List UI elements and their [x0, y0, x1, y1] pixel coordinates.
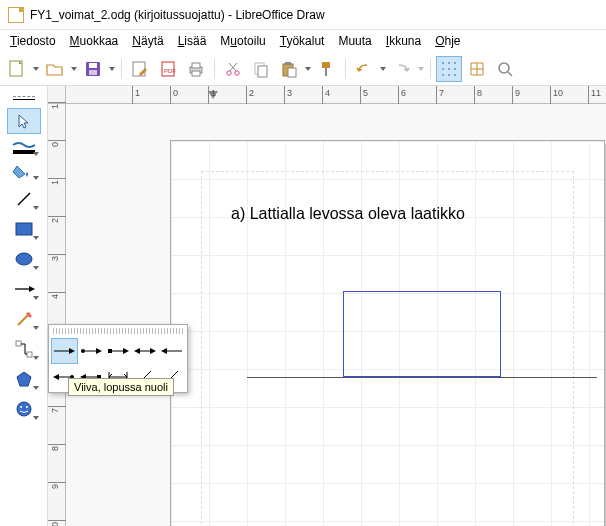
window-title: FY1_voimat_2.odg (kirjoitussuojattu) - L…	[30, 8, 325, 22]
line-color-tool[interactable]	[7, 138, 41, 158]
svg-rect-16	[288, 68, 296, 77]
svg-point-24	[442, 74, 444, 76]
paste-button[interactable]	[276, 56, 302, 82]
svg-point-11	[235, 70, 239, 74]
line-style-preview[interactable]	[7, 90, 41, 104]
svg-point-27	[499, 63, 509, 73]
svg-point-22	[448, 68, 450, 70]
svg-rect-17	[322, 62, 330, 68]
print-button[interactable]	[183, 56, 209, 82]
undo-dropdown[interactable]	[379, 67, 387, 71]
menu-bar: TiedostoMuokkaaNäytäLisääMuotoiluTyökalu…	[0, 30, 606, 52]
svg-point-37	[26, 406, 28, 408]
svg-rect-28	[13, 150, 35, 154]
svg-rect-4	[133, 62, 145, 76]
canvas-text-a[interactable]: a) Lattialla levossa oleva laatikko	[231, 205, 465, 223]
menu-työkalut[interactable]: Työkalut	[274, 32, 331, 50]
redo-button[interactable]	[389, 56, 415, 82]
horizontal-ruler[interactable]: 10123456789101112	[66, 86, 606, 104]
cut-button[interactable]	[220, 56, 246, 82]
svg-point-39	[81, 349, 85, 353]
redo-dropdown[interactable]	[417, 67, 425, 71]
svg-point-25	[448, 74, 450, 76]
connector-tool[interactable]	[7, 336, 41, 362]
line-end-arrow[interactable]	[51, 338, 78, 364]
drawing-toolbar	[0, 86, 48, 526]
line-end-square-arrow[interactable]	[105, 338, 132, 364]
svg-line-29	[18, 193, 30, 205]
menu-ikkuna[interactable]: Ikkuna	[380, 32, 427, 50]
svg-rect-8	[192, 63, 200, 68]
svg-point-31	[16, 253, 32, 265]
zoom-button[interactable]	[492, 56, 518, 82]
menu-ohje[interactable]: Ohje	[429, 32, 466, 50]
line-arrows-both[interactable]	[131, 338, 158, 364]
svg-point-18	[442, 62, 444, 64]
arrow-line-tool[interactable]	[7, 276, 41, 302]
vertical-ruler[interactable]: 10123456789101112	[48, 104, 66, 526]
svg-text:PDF: PDF	[164, 68, 176, 74]
svg-point-26	[454, 74, 456, 76]
svg-rect-2	[89, 63, 97, 68]
save-button[interactable]	[80, 56, 106, 82]
export-pdf-button[interactable]: PDF	[155, 56, 181, 82]
curve-tool[interactable]	[7, 306, 41, 332]
svg-rect-9	[192, 71, 200, 76]
helplines-button[interactable]	[464, 56, 490, 82]
format-paintbrush-button[interactable]	[314, 56, 340, 82]
menu-näytä[interactable]: Näytä	[126, 32, 169, 50]
fill-color-tool[interactable]	[7, 162, 41, 182]
paste-dropdown[interactable]	[304, 67, 312, 71]
menu-muokkaa[interactable]: Muokkaa	[64, 32, 125, 50]
symbol-shapes-tool[interactable]	[7, 396, 41, 422]
svg-point-23	[454, 68, 456, 70]
svg-rect-3	[89, 70, 97, 75]
new-dropdown[interactable]	[32, 67, 40, 71]
edit-mode-button[interactable]	[127, 56, 153, 82]
line-end-circle-arrow[interactable]	[78, 338, 105, 364]
tooltip: Viiva, lopussa nuoli	[68, 378, 174, 396]
standard-toolbar: PDF	[0, 52, 606, 86]
page-viewport[interactable]: a) Lattialla levossa oleva laatikko	[66, 104, 606, 526]
flyout-grip[interactable]	[53, 328, 183, 334]
new-button[interactable]	[4, 56, 30, 82]
grid-visible-button[interactable]	[436, 56, 462, 82]
page[interactable]: a) Lattialla levossa oleva laatikko	[170, 140, 605, 526]
svg-rect-41	[108, 349, 112, 353]
svg-rect-13	[258, 66, 267, 77]
copy-button[interactable]	[248, 56, 274, 82]
svg-point-19	[448, 62, 450, 64]
title-bar: FY1_voimat_2.odg (kirjoitussuojattu) - L…	[0, 0, 606, 30]
open-button[interactable]	[42, 56, 68, 82]
rectangle-tool[interactable]	[7, 216, 41, 242]
menu-muuta[interactable]: Muuta	[332, 32, 377, 50]
basic-shapes-tool[interactable]	[7, 366, 41, 392]
ellipse-tool[interactable]	[7, 246, 41, 272]
canvas-area: 10123456789101112 10123456789101112 a) L…	[48, 86, 606, 526]
svg-point-20	[454, 62, 456, 64]
svg-point-35	[17, 402, 31, 416]
menu-lisää[interactable]: Lisää	[172, 32, 213, 50]
svg-point-36	[20, 406, 22, 408]
document-icon	[8, 7, 24, 23]
svg-rect-30	[16, 223, 32, 235]
svg-rect-33	[16, 341, 21, 346]
menu-muotoilu[interactable]: Muotoilu	[214, 32, 271, 50]
save-dropdown[interactable]	[108, 67, 116, 71]
box-shape[interactable]	[343, 291, 501, 377]
line-tool[interactable]	[7, 186, 41, 212]
floor-line[interactable]	[247, 377, 597, 378]
menu-tiedosto[interactable]: Tiedosto	[4, 32, 62, 50]
undo-button[interactable]	[351, 56, 377, 82]
svg-point-10	[227, 70, 231, 74]
svg-rect-34	[27, 352, 32, 357]
select-tool[interactable]	[7, 108, 41, 134]
svg-point-21	[442, 68, 444, 70]
line-start-arrow[interactable]	[158, 338, 185, 364]
svg-rect-15	[285, 62, 291, 65]
open-dropdown[interactable]	[70, 67, 78, 71]
